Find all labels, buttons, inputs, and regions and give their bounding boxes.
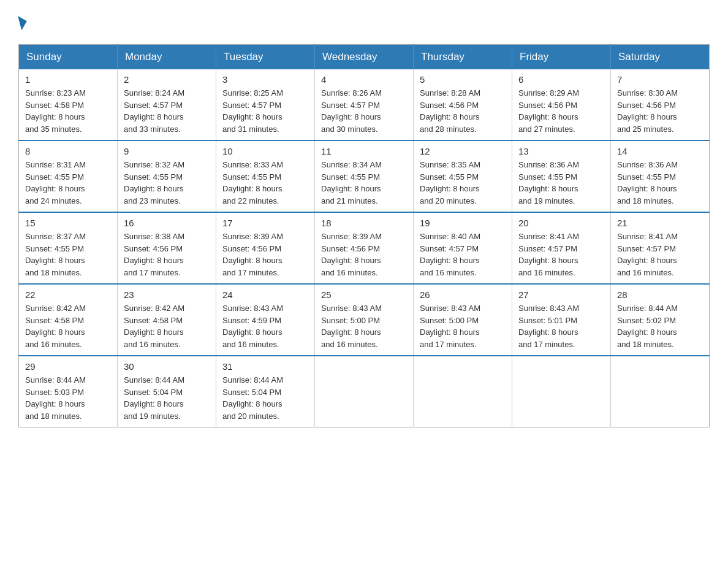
day-info: Sunrise: 8:29 AMSunset: 4:56 PMDaylight:… [518,87,604,135]
day-number: 6 [518,74,604,85]
page-header [18,12,710,32]
calendar-week-row: 22Sunrise: 8:42 AMSunset: 4:58 PMDayligh… [19,284,710,356]
calendar-week-row: 15Sunrise: 8:37 AMSunset: 4:55 PMDayligh… [19,212,710,284]
calendar-cell: 9Sunrise: 8:32 AMSunset: 4:55 PMDaylight… [118,140,216,212]
calendar-cell: 24Sunrise: 8:43 AMSunset: 4:59 PMDayligh… [216,284,315,356]
day-number: 16 [124,218,210,228]
calendar-cell: 22Sunrise: 8:42 AMSunset: 4:58 PMDayligh… [19,284,118,356]
calendar-cell: 27Sunrise: 8:43 AMSunset: 5:01 PMDayligh… [512,284,611,356]
day-info: Sunrise: 8:26 AMSunset: 4:57 PMDaylight:… [321,87,407,135]
calendar-cell: 14Sunrise: 8:36 AMSunset: 4:55 PMDayligh… [611,140,710,212]
calendar-cell: 4Sunrise: 8:26 AMSunset: 4:57 PMDaylight… [315,69,414,140]
calendar-cell: 15Sunrise: 8:37 AMSunset: 4:55 PMDayligh… [19,212,118,284]
day-info: Sunrise: 8:43 AMSunset: 5:00 PMDaylight:… [321,302,407,350]
calendar-cell [315,356,414,427]
day-info: Sunrise: 8:36 AMSunset: 4:55 PMDaylight:… [617,159,703,207]
day-info: Sunrise: 8:30 AMSunset: 4:56 PMDaylight:… [617,87,703,135]
day-info: Sunrise: 8:36 AMSunset: 4:55 PMDaylight:… [518,159,604,207]
column-header-sunday: Sunday [19,45,118,70]
day-info: Sunrise: 8:41 AMSunset: 4:57 PMDaylight:… [518,231,604,278]
calendar-cell: 30Sunrise: 8:44 AMSunset: 5:04 PMDayligh… [118,356,216,427]
column-header-monday: Monday [118,45,216,70]
column-header-friday: Friday [512,45,611,70]
calendar-cell: 6Sunrise: 8:29 AMSunset: 4:56 PMDaylight… [512,69,611,140]
calendar-cell: 5Sunrise: 8:28 AMSunset: 4:56 PMDaylight… [414,69,512,140]
day-number: 13 [518,146,604,156]
day-info: Sunrise: 8:28 AMSunset: 4:56 PMDaylight:… [420,87,506,135]
column-header-saturday: Saturday [611,45,710,70]
day-number: 18 [321,218,407,228]
calendar-cell: 8Sunrise: 8:31 AMSunset: 4:55 PMDaylight… [19,140,118,212]
day-info: Sunrise: 8:32 AMSunset: 4:55 PMDaylight:… [124,159,210,207]
day-number: 2 [124,74,210,85]
calendar-cell: 23Sunrise: 8:42 AMSunset: 4:58 PMDayligh… [118,284,216,356]
day-info: Sunrise: 8:43 AMSunset: 5:00 PMDaylight:… [420,302,506,350]
logo-triangle-icon [18,14,29,30]
column-header-wednesday: Wednesday [315,45,414,70]
calendar-cell: 19Sunrise: 8:40 AMSunset: 4:57 PMDayligh… [414,212,512,284]
day-number: 20 [518,218,604,228]
logo [18,12,28,32]
day-info: Sunrise: 8:23 AMSunset: 4:58 PMDaylight:… [25,87,111,135]
column-header-tuesday: Tuesday [216,45,315,70]
day-number: 7 [617,74,703,85]
day-number: 30 [124,361,210,372]
calendar-cell: 1Sunrise: 8:23 AMSunset: 4:58 PMDaylight… [19,69,118,140]
calendar-cell [414,356,512,427]
calendar-week-row: 1Sunrise: 8:23 AMSunset: 4:58 PMDaylight… [19,69,710,140]
calendar-cell: 7Sunrise: 8:30 AMSunset: 4:56 PMDaylight… [611,69,710,140]
day-info: Sunrise: 8:44 AMSunset: 5:04 PMDaylight:… [222,374,308,422]
calendar-cell: 20Sunrise: 8:41 AMSunset: 4:57 PMDayligh… [512,212,611,284]
calendar-cell: 25Sunrise: 8:43 AMSunset: 5:00 PMDayligh… [315,284,414,356]
day-info: Sunrise: 8:44 AMSunset: 5:02 PMDaylight:… [617,302,703,350]
day-info: Sunrise: 8:42 AMSunset: 4:58 PMDaylight:… [124,302,210,350]
calendar-cell: 26Sunrise: 8:43 AMSunset: 5:00 PMDayligh… [414,284,512,356]
day-number: 24 [222,289,308,300]
day-number: 27 [518,289,604,300]
day-number: 26 [420,289,506,300]
day-info: Sunrise: 8:43 AMSunset: 4:59 PMDaylight:… [222,302,308,350]
day-number: 17 [222,218,308,228]
day-info: Sunrise: 8:43 AMSunset: 5:01 PMDaylight:… [518,302,604,350]
calendar-cell: 10Sunrise: 8:33 AMSunset: 4:55 PMDayligh… [216,140,315,212]
day-number: 11 [321,146,407,156]
calendar-cell: 16Sunrise: 8:38 AMSunset: 4:56 PMDayligh… [118,212,216,284]
calendar-cell [611,356,710,427]
calendar-header-row: SundayMondayTuesdayWednesdayThursdayFrid… [19,45,710,70]
day-number: 14 [617,146,703,156]
calendar-cell: 21Sunrise: 8:41 AMSunset: 4:57 PMDayligh… [611,212,710,284]
calendar-cell [512,356,611,427]
day-info: Sunrise: 8:44 AMSunset: 5:03 PMDaylight:… [25,374,111,422]
day-number: 28 [617,289,703,300]
calendar-cell: 29Sunrise: 8:44 AMSunset: 5:03 PMDayligh… [19,356,118,427]
day-info: Sunrise: 8:25 AMSunset: 4:57 PMDaylight:… [222,87,308,135]
day-info: Sunrise: 8:44 AMSunset: 5:04 PMDaylight:… [124,374,210,422]
day-number: 19 [420,218,506,228]
day-number: 29 [25,361,111,372]
day-info: Sunrise: 8:42 AMSunset: 4:58 PMDaylight:… [25,302,111,350]
calendar-cell: 18Sunrise: 8:39 AMSunset: 4:56 PMDayligh… [315,212,414,284]
day-number: 5 [420,74,506,85]
day-info: Sunrise: 8:24 AMSunset: 4:57 PMDaylight:… [124,87,210,135]
calendar-cell: 3Sunrise: 8:25 AMSunset: 4:57 PMDaylight… [216,69,315,140]
day-number: 1 [25,74,111,85]
day-number: 4 [321,74,407,85]
column-header-thursday: Thursday [414,45,512,70]
day-number: 12 [420,146,506,156]
calendar-cell: 31Sunrise: 8:44 AMSunset: 5:04 PMDayligh… [216,356,315,427]
day-number: 10 [222,146,308,156]
day-info: Sunrise: 8:31 AMSunset: 4:55 PMDaylight:… [25,159,111,207]
day-number: 22 [25,289,111,300]
day-info: Sunrise: 8:34 AMSunset: 4:55 PMDaylight:… [321,159,407,207]
day-info: Sunrise: 8:38 AMSunset: 4:56 PMDaylight:… [124,231,210,278]
day-number: 23 [124,289,210,300]
day-info: Sunrise: 8:41 AMSunset: 4:57 PMDaylight:… [617,231,703,278]
day-number: 21 [617,218,703,228]
calendar-cell: 2Sunrise: 8:24 AMSunset: 4:57 PMDaylight… [118,69,216,140]
day-info: Sunrise: 8:40 AMSunset: 4:57 PMDaylight:… [420,231,506,278]
day-number: 9 [124,146,210,156]
day-number: 25 [321,289,407,300]
day-info: Sunrise: 8:39 AMSunset: 4:56 PMDaylight:… [222,231,308,278]
day-info: Sunrise: 8:37 AMSunset: 4:55 PMDaylight:… [25,231,111,278]
calendar-cell: 28Sunrise: 8:44 AMSunset: 5:02 PMDayligh… [611,284,710,356]
